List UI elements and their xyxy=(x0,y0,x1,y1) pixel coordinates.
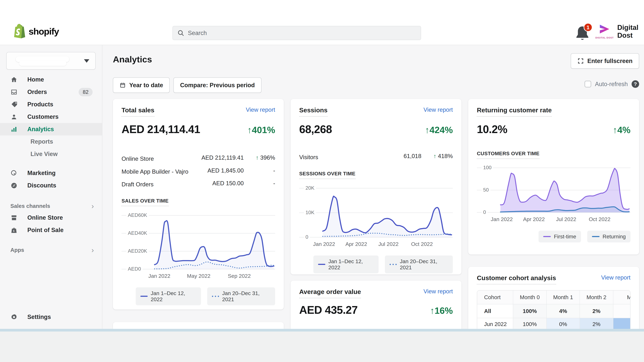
returning-rate-value: 10.2% xyxy=(477,123,507,136)
sidebar-item-settings[interactable]: Settings xyxy=(0,311,102,323)
sidebar: Home Orders 82 Products Customers Analyt… xyxy=(0,45,102,329)
aov-value: AED 435.27 xyxy=(299,304,358,316)
x-axis-tick: Jan 2022 xyxy=(491,216,513,222)
sidebar-section-sales-channels[interactable]: Sales channels › xyxy=(0,200,102,212)
bar-chart-icon xyxy=(10,126,18,133)
returning-customer-rate-card: Returning customer rate 10.2% ↑4% CUSTOM… xyxy=(468,99,639,255)
sessions-card: Sessions View report 68,268 ↑424% Visito… xyxy=(290,99,462,275)
cohort-row-all: All 100% 4% 2% xyxy=(477,304,630,318)
total-sales-delta: ↑401% xyxy=(247,125,275,135)
y-axis-tick: 50 xyxy=(482,187,490,193)
sales-over-time-chart: AED60KAED40KAED20KAED0Jan 2022May 2022Se… xyxy=(122,211,275,282)
card-title: Customer cohort analysis xyxy=(477,274,556,285)
returning-rate-delta: ↑4% xyxy=(613,125,630,135)
customers-over-time-chart: 100500Jan 2022Apr 2022Jul 2022Oct 2022 xyxy=(477,164,630,225)
x-axis-tick: Jan 2022 xyxy=(313,241,335,247)
sessions-over-time-chart: 20K10K0Jan 2022Apr 2022Jul 2022Oct 2022 xyxy=(299,184,453,250)
y-axis-tick: 10K xyxy=(304,210,316,215)
sidebar-item-customers[interactable]: Customers xyxy=(0,111,102,123)
legend-item-first-time[interactable]: First-time xyxy=(538,231,581,242)
cohort-header-row: Cohort Month 0 Month 1 Month 2 Month 3 xyxy=(477,291,630,304)
x-axis-tick: Jul 2022 xyxy=(556,216,576,222)
chart-section-label: SALES OVER TIME xyxy=(122,198,168,206)
x-axis-tick: Oct 2022 xyxy=(411,241,433,247)
person-icon xyxy=(10,113,18,120)
chart-legend: Jan 1–Dec 12, 2022 Jan 20–Dec 31, 2021 xyxy=(313,256,453,273)
chevron-down-icon xyxy=(84,59,89,63)
x-axis-tick: Apr 2022 xyxy=(346,241,367,247)
sidebar-item-marketing[interactable]: Marketing xyxy=(0,167,102,179)
shopify-logo[interactable]: shopify xyxy=(12,23,59,39)
chevron-right-icon: › xyxy=(92,246,94,254)
shopify-bag-icon xyxy=(12,23,26,39)
sidebar-item-discounts[interactable]: Discounts xyxy=(0,179,102,192)
main-content: Analytics Enter fullscreen Year to date … xyxy=(102,45,644,329)
orders-count-badge: 82 xyxy=(78,88,92,96)
auto-refresh-checkbox[interactable] xyxy=(584,81,591,87)
breakdown-row: Online Store AED 212,119.41 ↑ 396% xyxy=(122,154,275,163)
compare-button[interactable]: Compare: Previous period xyxy=(174,77,261,93)
search-input[interactable] xyxy=(188,30,416,36)
view-report-link[interactable]: View report xyxy=(424,288,453,295)
discount-icon xyxy=(10,182,18,189)
search-icon xyxy=(177,29,184,37)
breakdown-row: Draft Orders AED 150.00 - xyxy=(122,180,275,189)
sidebar-item-live-view[interactable]: Live View xyxy=(0,148,102,160)
sidebar-item-orders[interactable]: Orders 82 xyxy=(0,86,102,98)
footer-blank-area xyxy=(0,332,644,362)
auto-refresh-control: Auto-refresh ? xyxy=(584,80,639,88)
cohort-row-jun-2022: Jun 2022 100% 0% 2% xyxy=(477,318,630,329)
marketing-icon xyxy=(10,170,18,177)
enter-fullscreen-button[interactable]: Enter fullscreen xyxy=(571,53,639,69)
y-axis-tick: 20K xyxy=(304,185,316,191)
home-icon xyxy=(10,76,18,83)
search-bar[interactable] xyxy=(172,26,421,40)
view-report-link[interactable]: View report xyxy=(601,274,630,281)
customer-cohort-card: Customer cohort analysis View report Coh… xyxy=(468,267,639,329)
y-axis-tick: AED0 xyxy=(126,266,142,272)
card-title: Average order value xyxy=(299,288,361,298)
sessions-value: 68,268 xyxy=(299,123,332,136)
y-axis-tick: 0 xyxy=(304,234,310,240)
x-axis-tick: Oct 2022 xyxy=(589,216,610,222)
pos-bag-icon: $ xyxy=(10,227,18,234)
legend-item-2022[interactable]: Jan 1–Dec 12, 2022 xyxy=(313,256,378,273)
sidebar-item-home[interactable]: Home xyxy=(0,73,102,86)
fullscreen-icon xyxy=(577,58,584,64)
sales-breakdown: Online Store AED 212,119.41 ↑ 396% Mobil… xyxy=(122,154,275,189)
sidebar-nav: Home Orders 82 Products Customers Analyt… xyxy=(0,73,102,256)
store-selector[interactable] xyxy=(6,52,96,70)
y-axis-tick: AED60K xyxy=(126,212,149,218)
sidebar-item-point-of-sale[interactable]: $ Point of Sale xyxy=(0,224,102,236)
view-report-link[interactable]: View report xyxy=(424,106,453,113)
breakdown-row: Visitors 61,018 ↑ 418% xyxy=(299,153,453,162)
horizontal-scrollbar[interactable] xyxy=(0,329,644,332)
sidebar-item-reports[interactable]: Reports xyxy=(0,135,102,148)
y-axis-tick: 0 xyxy=(482,209,488,215)
sidebar-item-online-store[interactable]: Online Store xyxy=(0,212,102,224)
view-report-link[interactable]: View report xyxy=(246,106,275,113)
topbar: shopify 1 DIGITAL DOST Digital Dost xyxy=(0,0,644,45)
legend-item-2021[interactable]: Jan 20–Dec 31, 2021 xyxy=(385,256,453,273)
account-menu[interactable]: DIGITAL DOST Digital Dost xyxy=(596,23,644,39)
help-icon[interactable]: ? xyxy=(632,80,639,88)
legend-item-2021[interactable]: Jan 20–Dec 31, 2021 xyxy=(207,287,275,305)
page-title: Analytics xyxy=(113,54,152,64)
breakdown-row: Mobile App Builder - Vajro AED 1,845.00 … xyxy=(122,167,275,176)
orders-icon xyxy=(10,88,18,96)
legend-item-returning[interactable]: Returning xyxy=(587,231,630,242)
notifications-button[interactable]: 1 xyxy=(574,25,592,42)
chevron-right-icon: › xyxy=(92,202,94,210)
total-sales-card: Total sales View report AED 214,114.41 ↑… xyxy=(113,99,284,310)
card-title: Sessions xyxy=(299,106,328,117)
calendar-icon xyxy=(120,82,126,88)
auto-refresh-label: Auto-refresh xyxy=(595,81,628,87)
sidebar-item-products[interactable]: Products xyxy=(0,98,102,111)
legend-item-2022[interactable]: Jan 1–Dec 12, 2022 xyxy=(136,287,201,305)
date-range-button[interactable]: Year to date xyxy=(113,77,170,93)
sidebar-section-apps[interactable]: Apps › xyxy=(0,245,102,256)
digital-dost-logo: DIGITAL DOST xyxy=(596,24,613,39)
chart-section-label: CUSTOMERS OVER TIME xyxy=(477,151,540,159)
sidebar-item-analytics[interactable]: Analytics xyxy=(0,123,102,135)
account-name: Digital Dost xyxy=(617,23,644,39)
